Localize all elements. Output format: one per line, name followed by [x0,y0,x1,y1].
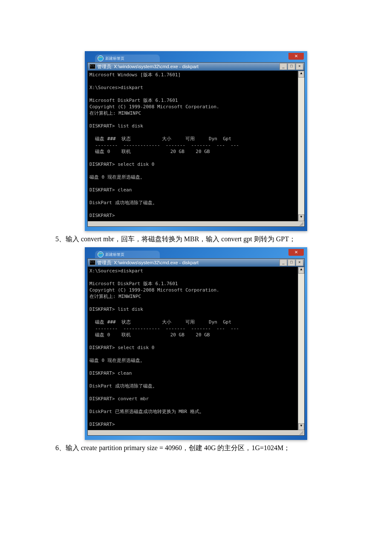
outer-window-chrome: ✕ 新建标签页 [87,250,305,258]
step-6-text: 6、输入 create partition primary size = 409… [55,443,337,453]
maximize-button[interactable]: □ [288,63,295,70]
browser-tab[interactable]: 新建标签页 [95,251,160,258]
outer-close-button[interactable]: ✕ [288,53,304,60]
ie-icon [98,55,104,61]
terminal-output-2[interactable]: X:\Sources>diskpart Microsoft DiskPart 版… [88,267,298,430]
resize-grip[interactable] [297,222,303,226]
step-5-text: 5、输入 convert mbr，回车，将磁盘转换为 MBR，输入 conver… [55,234,337,244]
cmd-title-text: 管理员: X:\windows\system32\cmd.exe - diskp… [97,64,199,70]
cmd-window-1: 管理员: X:\windows\system32\cmd.exe - diskp… [87,62,305,227]
document-page: ✕ 新建标签页 管理员: X:\windows\system32\cmd.exe… [0,0,392,473]
maximize-button[interactable]: □ [288,259,295,266]
terminal-output-1[interactable]: Microsoft Windows [版本 6.1.7601] X:\Sourc… [88,71,298,221]
scroll-up-button[interactable]: ▲ [298,267,304,274]
scroll-down-button[interactable]: ▼ [298,214,304,221]
scrollbar[interactable]: ▲ ▼ [298,267,304,430]
cmd-icon [89,260,95,265]
cmd-titlebar[interactable]: 管理员: X:\windows\system32\cmd.exe - diskp… [88,259,304,267]
screenshot-1: ✕ 新建标签页 管理员: X:\windows\system32\cmd.exe… [85,51,307,231]
scrollbar[interactable]: ▲ ▼ [298,71,304,221]
resize-grip[interactable] [297,431,303,435]
cmd-window-2: 管理员: X:\windows\system32\cmd.exe - diskp… [87,258,305,436]
screenshot-2: ✕ 新建标签页 管理员: X:\windows\system32\cmd.exe… [85,247,307,440]
outer-close-button[interactable]: ✕ [288,249,304,256]
minimize-button[interactable]: _ [280,63,287,70]
cmd-title-text: 管理员: X:\windows\system32\cmd.exe - diskp… [97,260,199,266]
scroll-track[interactable] [298,274,304,423]
browser-tab-label: 新建标签页 [105,56,124,61]
scroll-up-button[interactable]: ▲ [298,71,304,78]
browser-tab-label: 新建标签页 [105,252,124,257]
statusbar [88,430,304,435]
cmd-icon [89,64,95,69]
outer-window-chrome: ✕ 新建标签页 [87,54,305,62]
browser-tab[interactable]: 新建标签页 [95,55,160,62]
close-button[interactable]: × [296,63,303,70]
close-button[interactable]: × [296,259,303,266]
minimize-button[interactable]: _ [280,259,287,266]
cmd-titlebar[interactable]: 管理员: X:\windows\system32\cmd.exe - diskp… [88,63,304,71]
scroll-down-button[interactable]: ▼ [298,423,304,430]
ie-icon [98,251,104,257]
statusbar [88,221,304,226]
scroll-track[interactable] [298,78,304,214]
